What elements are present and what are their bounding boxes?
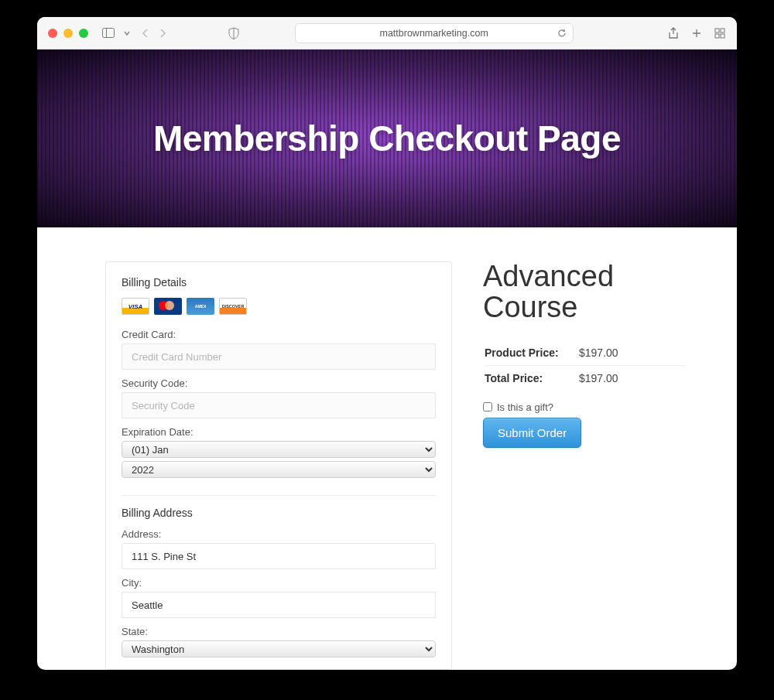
svg-rect-3 — [721, 29, 724, 32]
expiration-label: Expiration Date: — [122, 426, 436, 438]
accepted-cards: VISA AMEX DISCOVER — [122, 298, 436, 315]
window-controls — [48, 29, 88, 38]
amex-icon: AMEX — [187, 298, 214, 315]
mastercard-icon — [154, 298, 182, 315]
discover-icon: DISCOVER — [219, 298, 247, 315]
zip-label: Zip: — [122, 668, 436, 670]
back-button[interactable] — [139, 27, 152, 39]
browser-titlebar: mattbrownmarketing.com — [37, 17, 737, 50]
credit-card-label: Credit Card: — [122, 329, 436, 340]
credit-card-input[interactable] — [122, 343, 436, 370]
submit-order-button[interactable]: Submit Order — [483, 418, 581, 448]
tabs-overview-icon[interactable] — [714, 27, 726, 39]
gift-checkbox[interactable] — [483, 402, 492, 411]
billing-section-title: Billing Details — [122, 276, 436, 289]
svg-rect-4 — [715, 34, 719, 38]
page-title: Membership Checkout Page — [153, 118, 621, 159]
total-price-label: Total Price: — [485, 367, 577, 389]
product-price-label: Product Price: — [485, 342, 577, 364]
gift-option[interactable]: Is this a gift? — [483, 401, 687, 413]
product-name: Advanced Course — [483, 261, 687, 323]
price-row-product: Product Price: $197.00 — [485, 342, 686, 364]
state-label: State: — [122, 626, 436, 637]
city-label: City: — [122, 577, 436, 589]
hero-banner: Membership Checkout Page — [37, 50, 737, 227]
close-window-button[interactable] — [48, 29, 57, 38]
share-icon[interactable] — [667, 27, 680, 39]
url-text: mattbrownmarketing.com — [379, 28, 488, 39]
checkout-content: Billing Details VISA AMEX DISCOVER Credi… — [37, 227, 737, 670]
price-table: Product Price: $197.00 Total Price: $197… — [483, 340, 687, 391]
sidebar-dropdown-icon[interactable] — [121, 27, 133, 39]
security-code-input[interactable] — [122, 392, 436, 418]
visa-icon: VISA — [122, 298, 149, 315]
maximize-window-button[interactable] — [79, 29, 88, 38]
billing-panel: Billing Details VISA AMEX DISCOVER Credi… — [105, 261, 452, 670]
city-input[interactable] — [122, 592, 436, 618]
svg-rect-5 — [721, 34, 724, 38]
total-price-value: $197.00 — [579, 367, 686, 389]
state-select[interactable]: Washington — [122, 640, 436, 657]
address-label: Address: — [122, 528, 436, 540]
sidebar-toggle-icon[interactable] — [102, 27, 115, 39]
forward-button[interactable] — [156, 27, 169, 39]
exp-month-select[interactable]: (01) Jan — [122, 441, 436, 458]
order-summary: Advanced Course Product Price: $197.00 T… — [483, 261, 687, 670]
exp-year-select[interactable]: 2022 — [122, 461, 436, 478]
reload-icon[interactable] — [557, 29, 567, 38]
address-bar[interactable]: mattbrownmarketing.com — [295, 23, 574, 43]
minimize-window-button[interactable] — [63, 29, 73, 38]
new-tab-icon[interactable] — [690, 27, 703, 39]
svg-rect-0 — [103, 29, 115, 38]
gift-label: Is this a gift? — [497, 401, 553, 413]
browser-window: mattbrownmarketing.com Membership Checko… — [37, 17, 737, 670]
svg-rect-2 — [715, 29, 719, 32]
product-price-value: $197.00 — [579, 342, 686, 364]
panel-divider — [122, 495, 436, 496]
billing-address-title: Billing Address — [122, 507, 436, 519]
price-row-total: Total Price: $197.00 — [485, 367, 686, 389]
privacy-shield-icon[interactable] — [228, 27, 240, 39]
address-input[interactable] — [122, 543, 436, 569]
security-code-label: Security Code: — [122, 377, 436, 389]
